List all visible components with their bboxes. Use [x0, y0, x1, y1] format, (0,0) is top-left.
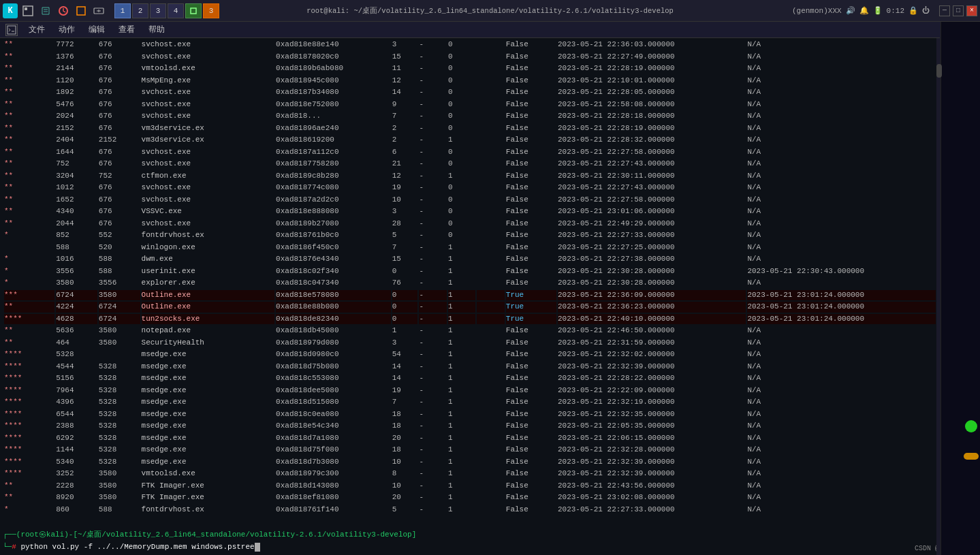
bell-icon[interactable]: 🔔 [859, 6, 869, 15]
table-row: * 860 588 fontdrvhost.ex 0xad818761f140 … [4, 505, 936, 516]
table-row: ** 1644 676 svchost.exe 0xad8187a112c0 6… [4, 147, 936, 158]
table-row: 588 520 winlogon.exe 0xad8186f450c0 7 - … [4, 242, 936, 253]
menu-edit[interactable]: 编辑 [86, 22, 108, 37]
taskbar-icon-3[interactable] [56, 3, 71, 18]
table-row: ** 2152 676 vm3dservice.ex 0xad81896ae24… [4, 123, 936, 134]
window-title: root@kali: ~/桌面/volatility_2.6_lin64_sta… [306, 6, 674, 16]
table-row: ** 1120 676 MsMpEng.exe 0xad818945c080 1… [4, 76, 936, 86]
taskbar-icon-5[interactable] [91, 3, 106, 18]
table-row: * 852 552 fontdrvhost.ex 0xad818761b0c0 … [4, 230, 936, 241]
table-row: ** 752 676 svchost.exe 0xad8187758280 21… [4, 159, 936, 170]
current-command: python vol.py -f ../../MemoryDump.mem wi… [20, 543, 254, 551]
table-row: **** 6292 5328 msedge.exe 0xad818d7a1080… [4, 433, 936, 444]
taskbar-right: (genmon)XXX 🔊 🔔 🔋 0:12 🔒 ⏻ ─ □ × [792, 5, 977, 16]
workspace-badge: 3 [203, 3, 219, 18]
table-row: * 3556 588 userinit.exe 0xad818c02f340 0… [4, 266, 936, 277]
table-row: **** 2388 5328 msedge.exe 0xad818e54c340… [4, 421, 936, 432]
menu-file[interactable]: 文件 [26, 22, 48, 37]
prompt-area: ┌──(root㉿kali)-[~/桌面/volatility_2.6_lin6… [0, 528, 940, 540]
table-row: 5896 8844 oneetx.exe 0xad8189b41080 5 - … [4, 516, 936, 517]
table-row: **** 3252 3580 vmtoolsd.exe 0xad818979c3… [4, 469, 936, 479]
menu-action[interactable]: 动作 [56, 22, 78, 37]
table-row: ** 2144 676 vmtoolsd.exe 0xad8189b6ab080… [4, 63, 936, 74]
taskbar-icon-1[interactable] [20, 3, 35, 18]
terminal-icon[interactable] [5, 24, 18, 36]
workspace-3[interactable]: 3 [150, 3, 166, 18]
table-row: ** 1892 676 svchost.exe 0xad8187b34080 1… [4, 87, 936, 98]
table-row: ** 8920 3580 FTK Imager.exe 0xad818ef810… [4, 492, 936, 503]
table-row: **** 6544 5328 msedge.exe 0xad818c0ea080… [4, 409, 936, 420]
terminal-content[interactable]: ** 7772 676 svchost.exe 0xad818e88e140 3… [0, 38, 940, 555]
clock: 0:12 [887, 7, 904, 15]
workspace-4[interactable]: 4 [168, 3, 184, 18]
table-row: * 3580 3556 explorer.exe 0xad818c047340 … [4, 278, 936, 289]
table-row: ** 3204 752 ctfmon.exe 0xad8189c8b280 12… [4, 171, 936, 182]
command-line[interactable]: └─# python vol.py -f ../../MemoryDump.me… [0, 542, 940, 552]
svg-rect-1 [25, 7, 27, 10]
win-minimize[interactable]: ─ [939, 5, 950, 16]
process-table: ** 7772 676 svchost.exe 0xad818e88e140 3… [3, 38, 937, 517]
table-row: **** 1144 5328 msedge.exe 0xad818d75f080… [4, 445, 936, 456]
table-row: ** 1652 676 svchost.exe 0xad8187a2d2c0 1… [4, 195, 936, 206]
table-row: ** 5476 676 svchost.exe 0xad818e752080 9… [4, 99, 936, 110]
table-row: ** 464 3580 SecurityHealth 0xad818979d08… [4, 338, 936, 349]
green-indicator [965, 420, 977, 432]
table-row: **** 7964 5328 msedge.exe 0xad818dee5080… [4, 385, 936, 396]
workspace-2[interactable]: 2 [132, 3, 148, 18]
menu-help[interactable]: 帮助 [146, 22, 168, 37]
menu-bar: 文件 动作 编辑 查看 帮助 [0, 22, 940, 38]
table-row: ** 4224 6724 Outline.exe 0xad818e88b080 … [4, 302, 936, 313]
orange-indicator [964, 453, 979, 460]
lock-icon[interactable]: 🔒 [908, 6, 918, 15]
speaker-icon[interactable]: 🔊 [846, 6, 855, 15]
table-row: ** 4340 676 VSSVC.exe 0xad818e888080 3 -… [4, 206, 936, 217]
table-row: *** 6724 3580 Outline.exe 0xad818e578080… [4, 290, 936, 301]
workspace-active[interactable] [185, 3, 202, 18]
table-row: ** 5636 3580 notepad.exe 0xad818db45080 … [4, 326, 936, 336]
table-row: **** 5156 5328 msedge.exe 0xad818c553080… [4, 373, 936, 384]
table-row: ** 2404 2152 vm3dservice.ex 0xad81861920… [4, 135, 936, 146]
table-row: ** 1376 676 svchost.exe 0xad81878020c0 1… [4, 52, 936, 63]
cursor [255, 543, 260, 552]
table-row: **** 4396 5328 msedge.exe 0xad818d515080… [4, 397, 936, 408]
right-panel [941, 22, 980, 555]
svg-rect-4 [191, 8, 196, 14]
workspace-1[interactable]: 1 [114, 3, 131, 18]
taskbar-icon-2[interactable] [38, 3, 53, 18]
menu-view[interactable]: 查看 [116, 22, 138, 37]
table-row: ** 7772 676 svchost.exe 0xad818e88e140 3… [4, 39, 936, 50]
table-row: **** 4628 6724 tun2socks.exe 0xad818de82… [4, 314, 936, 325]
terminal-window: 文件 动作 编辑 查看 帮助 ** 7772 676 svchost.exe 0… [0, 22, 940, 555]
table-row: **** 5328 msedge.exe 0xad818d0980c0 54 -… [4, 349, 936, 360]
taskbar: K 1 2 3 4 3 root@kali: ~/桌面/volatility_2… [0, 0, 980, 22]
svg-rect-5 [7, 26, 16, 34]
taskbar-icon-4[interactable] [74, 3, 89, 18]
kali-logo[interactable]: K [3, 3, 18, 18]
prompt-path: -[~/桌面/volatility_2.6_lin64_standalone/v… [69, 530, 416, 539]
scrollbar[interactable] [936, 38, 941, 555]
table-row: * 1016 588 dwm.exe 0xad81876e4340 15 - 1… [4, 254, 936, 265]
battery-icon: 🔋 [873, 6, 883, 15]
scrollbar-thumb[interactable] [936, 64, 942, 78]
win-close[interactable]: × [966, 5, 977, 16]
win-maximize[interactable]: □ [953, 5, 964, 16]
table-row: ** 2044 676 svchost.exe 0xad8189b27080 2… [4, 219, 936, 229]
table-row: ** 1012 676 svchost.exe 0xad818774c080 1… [4, 183, 936, 193]
table-row: **** 5340 5328 msedge.exe 0xad818d7b3080… [4, 457, 936, 468]
prompt-user: ┌──(root㉿kali) [3, 530, 69, 539]
logout-icon[interactable]: ⏻ [922, 6, 930, 15]
table-row: ** 2228 3580 FTK Imager.exe 0xad818d1430… [4, 481, 936, 492]
table-row: **** 4544 5328 msedge.exe 0xad818d75b080… [4, 362, 936, 372]
genmon-text: (genmon)XXX [792, 7, 842, 15]
table-row: ** 2024 676 svchost.exe 0xad818... 7 - 0… [4, 111, 936, 122]
